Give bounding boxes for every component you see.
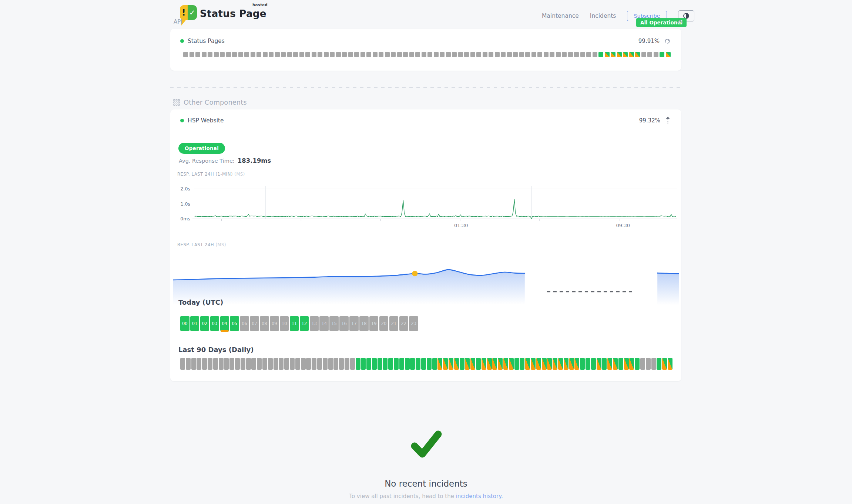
day-block-no-data[interactable]	[262, 358, 267, 370]
day-block-partial-degraded[interactable]	[629, 358, 634, 370]
uptime-block-no-data[interactable]	[299, 52, 304, 57]
uptime-block-no-data[interactable]	[287, 52, 292, 57]
hour-block-01[interactable]: 01	[190, 316, 199, 331]
uptime-block-no-data[interactable]	[226, 52, 231, 57]
uptime-block-no-data[interactable]	[562, 52, 567, 57]
day-block-partial-degraded[interactable]	[509, 358, 514, 370]
day-block-operational[interactable]	[416, 358, 420, 370]
day-block-partial-degraded[interactable]	[597, 358, 601, 370]
day-block-partial-degraded[interactable]	[553, 358, 557, 370]
hour-block-05[interactable]: 05	[230, 316, 239, 331]
hour-block-02[interactable]: 02	[200, 316, 209, 331]
uptime-block-no-data[interactable]	[458, 52, 463, 57]
day-block-partial-degraded[interactable]	[547, 358, 552, 370]
uptime-block-no-data[interactable]	[641, 52, 646, 57]
day-block-no-data[interactable]	[333, 358, 338, 370]
day-block-no-data[interactable]	[646, 358, 651, 370]
uptime-block-no-data[interactable]	[379, 52, 383, 57]
uptime-block-no-data[interactable]	[513, 52, 518, 57]
day-block-no-data[interactable]	[219, 358, 224, 370]
uptime-block-no-data[interactable]	[586, 52, 591, 57]
day-block-operational[interactable]	[410, 358, 415, 370]
day-block-no-data[interactable]	[317, 358, 322, 370]
uptime-block-no-data[interactable]	[183, 52, 188, 57]
chevron-up-icon[interactable]	[677, 20, 683, 24]
uptime-block-no-data[interactable]	[251, 52, 255, 57]
uptime-block-no-data[interactable]	[489, 52, 493, 57]
uptime-block-partial-degraded[interactable]	[611, 52, 615, 57]
day-block-partial-degraded[interactable]	[487, 358, 492, 370]
uptime-block-no-data[interactable]	[366, 52, 371, 57]
refresh-icon[interactable]	[664, 38, 671, 44]
day-block-partial-degraded[interactable]	[443, 358, 448, 370]
hour-block-18[interactable]: 18	[359, 316, 369, 331]
hour-block-20[interactable]: 20	[379, 316, 389, 331]
day-block-operational[interactable]	[378, 358, 382, 370]
day-block-no-data[interactable]	[323, 358, 328, 370]
day-block-partial-degraded[interactable]	[613, 358, 618, 370]
uptime-block-no-data[interactable]	[434, 52, 439, 57]
arrow-up-dashed-icon[interactable]	[665, 116, 671, 125]
response-time-area-chart[interactable]	[173, 255, 679, 311]
day-block-partial-degraded[interactable]	[465, 358, 470, 370]
hour-block-16[interactable]: 16	[339, 316, 349, 331]
uptime-block-no-data[interactable]	[568, 52, 573, 57]
uptime-block-no-data[interactable]	[647, 52, 652, 57]
day-block-partial-degraded[interactable]	[454, 358, 459, 370]
uptime-block-no-data[interactable]	[580, 52, 585, 57]
day-block-operational[interactable]	[427, 358, 432, 370]
uptime-block-no-data[interactable]	[275, 52, 280, 57]
day-block-operational[interactable]	[361, 358, 366, 370]
uptime-block-no-data[interactable]	[550, 52, 554, 57]
uptime-block-no-data[interactable]	[593, 52, 597, 57]
uptime-block-no-data[interactable]	[556, 52, 561, 57]
uptime-block-no-data[interactable]	[397, 52, 402, 57]
uptime-block-no-data[interactable]	[330, 52, 335, 57]
day-block-operational[interactable]	[618, 358, 623, 370]
day-block-operational[interactable]	[602, 358, 607, 370]
day-block-partial-degraded[interactable]	[558, 358, 563, 370]
uptime-block-no-data[interactable]	[189, 52, 194, 57]
day-block-no-data[interactable]	[279, 358, 284, 370]
day-block-partial-degraded[interactable]	[607, 358, 612, 370]
uptime-block-no-data[interactable]	[476, 52, 481, 57]
uptime-block-operational[interactable]	[598, 52, 603, 57]
uptime-block-partial-degraded[interactable]	[629, 52, 634, 57]
hour-block-10[interactable]: 10	[280, 316, 289, 331]
uptime-block-no-data[interactable]	[336, 52, 341, 57]
day-block-partial-degraded[interactable]	[449, 358, 453, 370]
uptime-block-no-data[interactable]	[391, 52, 396, 57]
uptime-block-no-data[interactable]	[293, 52, 298, 57]
uptime-block-no-data[interactable]	[537, 52, 542, 57]
day-block-partial-degraded[interactable]	[569, 358, 574, 370]
uptime-block-no-data[interactable]	[312, 52, 316, 57]
day-block-no-data[interactable]	[290, 358, 295, 370]
uptime-block-partial-degraded[interactable]	[623, 52, 628, 57]
uptime-block-no-data[interactable]	[220, 52, 225, 57]
day-block-no-data[interactable]	[651, 358, 656, 370]
day-block-no-data[interactable]	[268, 358, 273, 370]
hour-block-14[interactable]: 14	[319, 316, 329, 331]
day-block-operational[interactable]	[460, 358, 464, 370]
nav-maintenance[interactable]: Maintenance	[542, 13, 579, 19]
uptime-block-no-data[interactable]	[495, 52, 500, 57]
uptime-block-operational[interactable]	[660, 52, 664, 57]
nav-incidents[interactable]: Incidents	[590, 13, 616, 19]
uptime-block-no-data[interactable]	[440, 52, 445, 57]
day-block-no-data[interactable]	[180, 358, 185, 370]
day-block-operational[interactable]	[657, 358, 661, 370]
day-block-partial-degraded[interactable]	[492, 358, 497, 370]
day-block-operational[interactable]	[383, 358, 388, 370]
day-block-no-data[interactable]	[306, 358, 311, 370]
uptime-block-no-data[interactable]	[318, 52, 322, 57]
uptime-block-no-data[interactable]	[519, 52, 524, 57]
day-block-no-data[interactable]	[257, 358, 262, 370]
uptime-block-no-data[interactable]	[208, 52, 212, 57]
day-block-partial-degraded[interactable]	[662, 358, 667, 370]
day-block-partial-degraded[interactable]	[624, 358, 629, 370]
uptime-block-partial-degraded[interactable]	[617, 52, 622, 57]
day-block-partial-degraded[interactable]	[498, 358, 503, 370]
uptime-block-no-data[interactable]	[422, 52, 426, 57]
day-block-no-data[interactable]	[251, 358, 256, 370]
hour-block-06[interactable]: 06	[240, 316, 249, 331]
